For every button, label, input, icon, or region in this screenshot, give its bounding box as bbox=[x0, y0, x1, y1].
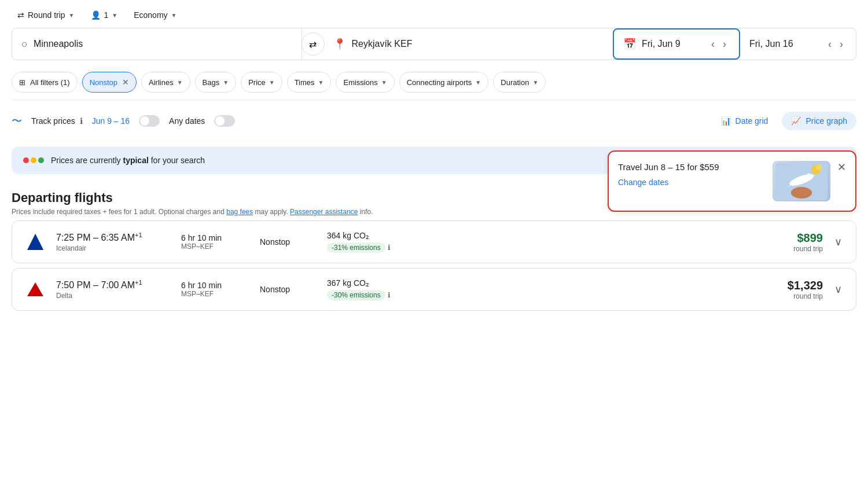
prev-return-date-button[interactable]: ‹ bbox=[825, 36, 835, 53]
price-graph-label: Price graph bbox=[806, 116, 847, 126]
popup-close-button[interactable]: ✕ bbox=[837, 161, 846, 174]
nonstop-filter-button[interactable]: Nonstop ✕ bbox=[82, 72, 137, 93]
date-grid-label: Date grid bbox=[735, 116, 768, 126]
return-date-field[interactable]: Fri, Jun 16 ‹ › bbox=[740, 28, 856, 60]
svg-rect-7 bbox=[791, 189, 812, 196]
price-filter-button[interactable]: Price ▼ bbox=[241, 72, 282, 93]
svg-point-2 bbox=[816, 164, 822, 170]
flight-times-0: 7:25 PM – 6:35 AM+1 Icelandair bbox=[56, 231, 172, 252]
flight-card[interactable]: 7:50 PM – 7:00 AM+1 Delta 6 hr 10 min MS… bbox=[12, 268, 856, 311]
emissions-info-icon-1[interactable]: ℹ bbox=[388, 291, 391, 299]
all-filters-button[interactable]: ⊞ All filters (1) bbox=[12, 72, 78, 93]
price-dot-green bbox=[38, 157, 44, 163]
airlines-label: Airlines bbox=[149, 78, 174, 87]
duration-filter-button[interactable]: Duration ▼ bbox=[493, 72, 546, 93]
flight-times-1: 7:50 PM – 7:00 AM+1 Delta bbox=[56, 279, 172, 300]
return-date-text: Fri, Jun 16 bbox=[749, 39, 793, 49]
any-dates-toggle[interactable] bbox=[214, 115, 235, 127]
destination-field[interactable]: 📍 Reykjavík KEF bbox=[324, 28, 613, 60]
cabin-chevron: ▼ bbox=[171, 12, 177, 19]
price-graph-icon: 📈 bbox=[791, 116, 801, 126]
emissions-chevron: ▼ bbox=[381, 79, 387, 86]
duration-time-0: 6 hr 10 min bbox=[181, 233, 251, 242]
track-prices-icon: 〜 bbox=[12, 114, 22, 128]
bags-filter-button[interactable]: Bags ▼ bbox=[195, 72, 237, 93]
depart-date-field[interactable]: 📅 Fri, Jun 9 ‹ › bbox=[613, 28, 740, 60]
times-filter-button[interactable]: Times ▼ bbox=[287, 72, 332, 93]
return-date-nav: ‹ › bbox=[825, 36, 847, 53]
expand-flight-1-button[interactable]: ∨ bbox=[832, 281, 844, 298]
date-nav: ‹ › bbox=[708, 36, 730, 53]
flight-card[interactable]: 7:25 PM – 6:35 AM+1 Icelandair 6 hr 10 m… bbox=[12, 220, 856, 263]
arrive-suffix-1: +1 bbox=[135, 279, 142, 286]
price-graph-button[interactable]: 📈 Price graph bbox=[782, 112, 856, 130]
flights-title: Departing flights bbox=[12, 190, 373, 205]
next-date-button[interactable]: › bbox=[719, 36, 730, 53]
airlines-filter-button[interactable]: Airlines ▼ bbox=[141, 72, 190, 93]
swap-button[interactable]: ⇄ bbox=[301, 32, 325, 56]
destination-icon: 📍 bbox=[333, 38, 346, 50]
duration-time-1: 6 hr 10 min bbox=[181, 281, 251, 290]
price-text-bold: typical bbox=[123, 156, 148, 165]
flight-route-0: MSP–KEF bbox=[181, 242, 251, 251]
delta-logo-svg bbox=[25, 279, 46, 300]
emissions-filter-button[interactable]: Emissions ▼ bbox=[336, 72, 394, 93]
emissions-badge-1: -30% emissions ℹ bbox=[327, 288, 744, 300]
price-banner-text: Prices are currently typical for your se… bbox=[51, 156, 205, 165]
track-info-icon[interactable]: ℹ bbox=[80, 116, 83, 126]
person-icon: 👤 bbox=[91, 10, 101, 20]
popup-illustration bbox=[773, 161, 830, 201]
icelandair-logo bbox=[24, 230, 47, 253]
duration-chevron: ▼ bbox=[532, 79, 538, 86]
emissions-info-icon-0[interactable]: ℹ bbox=[388, 244, 391, 252]
next-return-date-button[interactable]: › bbox=[836, 36, 847, 53]
bag-fees-link[interactable]: bag fees bbox=[226, 208, 253, 216]
connecting-airports-label: Connecting airports bbox=[407, 78, 472, 87]
flight-duration-0: 6 hr 10 min MSP–KEF bbox=[181, 233, 251, 251]
depart-time-0: 7:25 PM – 6:35 AM bbox=[56, 233, 135, 242]
flight-time-range-0: 7:25 PM – 6:35 AM+1 bbox=[56, 231, 172, 243]
prev-date-button[interactable]: ‹ bbox=[708, 36, 718, 53]
price-dot-yellow bbox=[31, 157, 36, 163]
flight-route-1: MSP–KEF bbox=[181, 290, 251, 298]
popup-content: Travel Jun 8 – 15 for $559 Change dates bbox=[618, 161, 766, 187]
cabin-class-button[interactable]: Economy ▼ bbox=[128, 7, 182, 23]
emissions-badge-0: -31% emissions ℹ bbox=[327, 240, 744, 253]
subtitle-prefix: Prices include required taxes + fees for… bbox=[12, 208, 226, 216]
track-dates-text: Jun 9 – 16 bbox=[92, 116, 130, 126]
trip-type-chevron: ▼ bbox=[69, 12, 75, 19]
passenger-assistance-link[interactable]: Passenger assistance bbox=[290, 208, 358, 216]
round-trip-button[interactable]: ⇄ Round trip ▼ bbox=[12, 7, 80, 23]
flight-stops-0: Nonstop bbox=[260, 237, 318, 247]
view-options: 📊 Date grid 📈 Price graph bbox=[712, 112, 856, 130]
emissions-badge-text-1: -30% emissions bbox=[327, 290, 385, 300]
depart-date-text: Fri, Jun 9 bbox=[642, 39, 681, 49]
connecting-airports-chevron: ▼ bbox=[475, 79, 481, 86]
flights-subtitle: Prices include required taxes + fees for… bbox=[12, 208, 373, 216]
price-text-prefix: Prices are currently bbox=[51, 156, 123, 165]
duration-label: Duration bbox=[501, 78, 529, 87]
price-type-0: round trip bbox=[753, 245, 823, 253]
connecting-airports-button[interactable]: Connecting airports ▼ bbox=[399, 72, 489, 93]
passengers-button[interactable]: 👤 1 ▼ bbox=[85, 7, 124, 23]
nonstop-close-icon[interactable]: ✕ bbox=[122, 78, 129, 87]
arrive-suffix-0: +1 bbox=[135, 231, 142, 238]
date-grid-icon: 📊 bbox=[721, 116, 731, 126]
flights-header-left: Departing flights Prices include require… bbox=[12, 190, 373, 216]
airline-name-1: Delta bbox=[56, 292, 172, 300]
origin-field[interactable]: ○ Minneapolis bbox=[12, 28, 302, 60]
subtitle-middle: may apply. bbox=[253, 208, 290, 216]
swap-icon: ⇄ bbox=[17, 10, 24, 20]
track-dates-toggle[interactable] bbox=[139, 115, 160, 127]
subtitle-end: info. bbox=[358, 208, 373, 216]
flight-emissions-0: 364 kg CO₂ -31% emissions ℹ bbox=[327, 231, 744, 253]
track-prices-label: Track prices ℹ bbox=[31, 116, 83, 126]
track-label-text: Track prices bbox=[31, 116, 75, 126]
change-dates-link[interactable]: Change dates bbox=[618, 178, 766, 187]
date-grid-button[interactable]: 📊 Date grid bbox=[712, 112, 778, 130]
destination-text: Reykjavík KEF bbox=[352, 39, 413, 49]
expand-flight-0-button[interactable]: ∨ bbox=[832, 233, 844, 251]
svg-marker-10 bbox=[27, 282, 43, 296]
depart-time-1: 7:50 PM – 7:00 AM bbox=[56, 280, 135, 290]
flight-time-range-1: 7:50 PM – 7:00 AM+1 bbox=[56, 279, 172, 291]
